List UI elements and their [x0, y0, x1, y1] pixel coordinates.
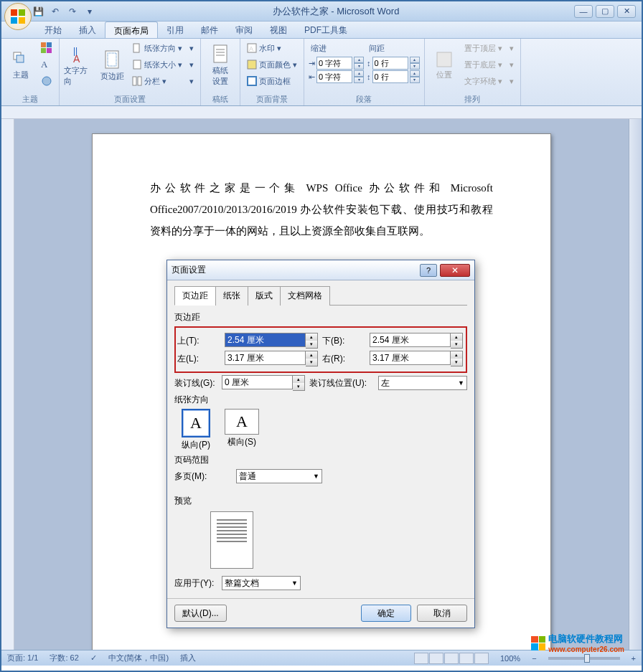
svg-rect-18 — [138, 77, 141, 85]
document-text[interactable]: 办公软件之家是一个集 WPS Office 办公软件和 Microsoft Of… — [150, 177, 493, 242]
space-after-input[interactable] — [372, 70, 408, 83]
ok-button[interactable]: 确定 — [361, 605, 411, 622]
dropdown-icon: ▼ — [458, 379, 464, 387]
draft-settings-button[interactable]: 稿纸 设置 — [205, 40, 235, 90]
multi-page-combo[interactable]: 普通▼ — [236, 469, 322, 483]
orientation-button[interactable]: 纸张方向 ▾ — [130, 40, 184, 56]
dialog-close-button[interactable]: ✕ — [440, 264, 470, 277]
save-icon[interactable]: 💾 — [30, 4, 46, 19]
tab-references[interactable]: 引用 — [158, 22, 192, 38]
status-zoom[interactable]: 100% — [500, 654, 520, 663]
qat-dropdown-icon[interactable]: ▾ — [82, 4, 98, 19]
margin-right-input[interactable] — [370, 351, 451, 365]
svg-rect-6 — [41, 42, 46, 47]
dialog-tabs: 页边距 纸张 版式 文档网格 — [174, 286, 467, 306]
close-button[interactable]: ✕ — [617, 5, 636, 18]
spin-up-icon[interactable]: ▴ — [354, 57, 364, 63]
page-border-button[interactable]: 页面边框 — [245, 73, 299, 89]
cancel-button[interactable]: 取消 — [417, 605, 467, 622]
status-proof-icon[interactable]: ✓ — [90, 653, 97, 663]
view-print-icon[interactable] — [414, 653, 428, 664]
indent-right-input[interactable] — [316, 70, 352, 83]
svg-rect-0 — [11, 9, 17, 16]
text-direction-button[interactable]: ||A 文字方向 — [64, 40, 94, 90]
tab-pdf[interactable]: PDF工具集 — [296, 22, 356, 38]
dialog-tab-paper[interactable]: 纸张 — [215, 286, 248, 306]
margins-button[interactable]: 页边距 — [97, 40, 127, 90]
dialog-help-button[interactable]: ? — [420, 264, 437, 277]
tab-home[interactable]: 开始 — [36, 22, 70, 38]
dialog-tab-grid[interactable]: 文档网格 — [280, 286, 330, 306]
default-button[interactable]: 默认(D)... — [174, 605, 227, 622]
zoom-in-icon[interactable]: + — [632, 654, 636, 663]
view-fullscreen-icon[interactable] — [429, 653, 443, 664]
tab-page-layout[interactable]: 页面布局 — [105, 22, 158, 38]
tab-mail[interactable]: 邮件 — [192, 22, 227, 38]
view-web-icon[interactable] — [444, 653, 459, 664]
vertical-ruler[interactable] — [1, 119, 14, 650]
line-numbers-icon[interactable]: ▾ — [187, 57, 196, 72]
tab-insert[interactable]: 插入 — [70, 22, 105, 38]
spin-up-icon[interactable]: ▴ — [306, 333, 317, 341]
space-before-icon: ↕ — [367, 59, 371, 67]
hyphenation-icon[interactable]: ▾ — [187, 73, 196, 89]
margin-left-input[interactable] — [225, 351, 306, 365]
page-color-button[interactable]: 页面颜色 ▾ — [245, 57, 299, 72]
theme-fonts-icon[interactable]: A — [39, 57, 55, 72]
margin-top-input[interactable] — [225, 333, 306, 347]
breaks-icon[interactable]: ▾ — [187, 40, 196, 56]
apply-to-label: 应用于(Y): — [174, 577, 217, 590]
dialog-tab-margins[interactable]: 页边距 — [174, 286, 216, 306]
columns-button[interactable]: 分栏 ▾ — [130, 73, 184, 89]
theme-effects-icon[interactable] — [39, 73, 55, 89]
maximize-button[interactable]: ▢ — [596, 5, 614, 18]
svg-rect-15 — [133, 44, 139, 52]
indent-left-icon: ⇥ — [309, 59, 315, 68]
orient-landscape[interactable]: A 横向(S) — [225, 409, 259, 451]
apply-to-combo[interactable]: 整篇文档▼ — [222, 576, 301, 590]
indent-left-input[interactable] — [316, 57, 352, 70]
minimize-button[interactable]: — — [574, 5, 593, 18]
svg-rect-1 — [19, 9, 25, 16]
watermark: 电脑软硬件教程网 www.computer26.com — [531, 633, 624, 653]
horizontal-ruler[interactable] — [1, 106, 642, 119]
spin-down-icon[interactable]: ▾ — [306, 341, 317, 348]
status-lang[interactable]: 中文(简体，中国) — [108, 653, 169, 663]
zoom-out-icon[interactable]: − — [532, 654, 536, 663]
themes-button[interactable]: 主题 — [6, 40, 36, 90]
view-outline-icon[interactable] — [459, 653, 474, 664]
align-icon: ▾ — [507, 40, 516, 56]
svg-rect-26 — [248, 77, 256, 85]
vertical-scrollbar[interactable] — [629, 119, 642, 650]
view-draft-icon[interactable] — [474, 653, 489, 664]
redo-icon[interactable]: ↷ — [65, 4, 80, 19]
svg-rect-25 — [248, 60, 256, 69]
spin-down-icon[interactable]: ▾ — [354, 63, 364, 70]
size-button[interactable]: 纸张大小 ▾ — [130, 57, 184, 72]
svg-rect-5 — [17, 55, 24, 62]
status-page[interactable]: 页面: 1/1 — [7, 653, 38, 663]
dialog-titlebar[interactable]: 页面设置 ? ✕ — [167, 260, 474, 280]
send-back-button: 置于底层 ▾ — [462, 57, 504, 72]
office-button[interactable] — [4, 3, 32, 30]
tab-view[interactable]: 视图 — [261, 22, 296, 38]
gutter-pos-combo[interactable]: 左▼ — [378, 376, 467, 390]
space-before-input[interactable] — [372, 57, 408, 70]
dialog-tab-layout[interactable]: 版式 — [248, 286, 281, 306]
spacing-header: 间距 — [367, 40, 420, 56]
orient-portrait[interactable]: A 纵向(P) — [182, 409, 210, 451]
watermark-logo-icon — [531, 636, 545, 650]
margin-bottom-input[interactable] — [370, 333, 451, 347]
margin-top-label: 上(T): — [177, 335, 220, 347]
status-words[interactable]: 字数: 62 — [50, 653, 78, 663]
watermark-button[interactable]: A水印 ▾ — [245, 40, 299, 56]
tab-review[interactable]: 审阅 — [227, 22, 261, 38]
status-mode[interactable]: 插入 — [180, 653, 196, 663]
theme-colors-icon[interactable] — [39, 40, 55, 56]
svg-rect-8 — [41, 48, 46, 53]
preview-thumbnail — [210, 511, 253, 569]
gutter-input[interactable] — [222, 375, 293, 389]
zoom-slider[interactable] — [548, 657, 620, 660]
svg-rect-7 — [47, 42, 52, 47]
undo-icon[interactable]: ↶ — [47, 4, 63, 19]
